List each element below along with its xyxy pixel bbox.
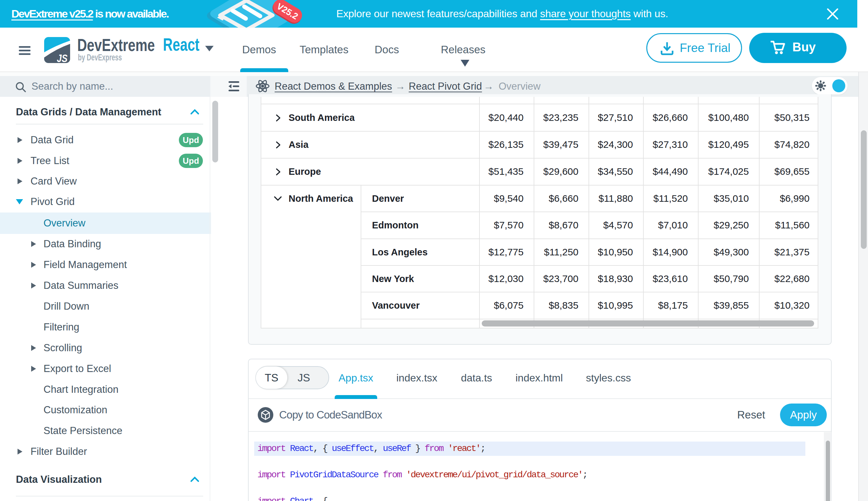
- svg-text:JS: JS: [57, 52, 67, 63]
